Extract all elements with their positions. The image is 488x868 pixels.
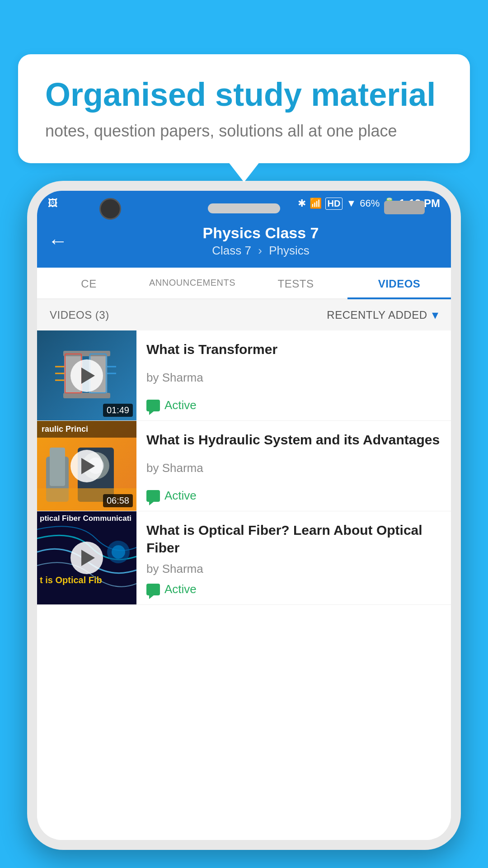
phone-container: 🖼 ✱ 📶 HD ▼ 66% 🔋 1:13 PM ← Physics Class… [27, 181, 461, 850]
play-triangle-1 [81, 368, 95, 384]
video-info-3: What is Optical Fiber? Learn About Optic… [136, 511, 451, 604]
video-author-2: by Sharma [146, 461, 441, 475]
play-button-1[interactable] [70, 359, 103, 392]
status-left: 🖼 [48, 198, 61, 209]
tab-videos[interactable]: VIDEOS [347, 268, 451, 298]
tab-announcements[interactable]: ANNOUNCEMENTS [141, 268, 244, 298]
play-button-3[interactable] [70, 542, 103, 574]
video-title-3: What is Optical Fiber? Learn About Optic… [146, 521, 441, 557]
tab-ce[interactable]: CE [37, 268, 141, 298]
speech-bubble: Organised study material notes, question… [18, 54, 470, 163]
video-status-3: Active [146, 582, 441, 596]
videos-count: VIDEOS (3) [50, 309, 109, 321]
breadcrumb-separator: › [258, 244, 262, 257]
video-list: 01:49 What is Transformer by Sharma Acti… [37, 330, 451, 840]
subtext: notes, question papers, solutions all at… [45, 122, 443, 141]
bluetooth-icon: ✱ [298, 198, 306, 209]
play-triangle-3 [81, 550, 95, 566]
active-label-1: Active [164, 398, 197, 412]
breadcrumb-subject: Physics [269, 244, 310, 257]
app-header: ← Physics Class 7 Class 7 › Physics [37, 216, 451, 268]
tabs-bar: CE ANNOUNCEMENTS TESTS VIDEOS [37, 268, 451, 299]
tab-tests[interactable]: TESTS [244, 268, 347, 298]
breadcrumb-class: Class 7 [212, 244, 251, 257]
video-thumbnail-3: ptical Fiber Communicati t is Optical Fi… [37, 511, 136, 604]
play-button-2[interactable] [70, 450, 103, 482]
phone-screen: 🖼 ✱ 📶 HD ▼ 66% 🔋 1:13 PM ← Physics Class… [37, 191, 451, 840]
sort-dropdown[interactable]: RECENTLY ADDED ▾ [327, 307, 438, 322]
dropdown-arrow-icon: ▾ [432, 307, 439, 322]
video-item-1[interactable]: 01:49 What is Transformer by Sharma Acti… [37, 330, 451, 421]
video-title-2: What is Hydraulic System and its Advanta… [146, 431, 441, 448]
filter-bar: VIDEOS (3) RECENTLY ADDED ▾ [37, 299, 451, 330]
active-label-2: Active [164, 489, 197, 503]
hd-badge: HD [325, 198, 343, 210]
header-title-block: Physics Class 7 Class 7 › Physics [81, 224, 440, 258]
speech-bubble-container: Organised study material notes, question… [18, 54, 470, 163]
signal-icon: 📶 [310, 198, 322, 209]
video-item-3[interactable]: ptical Fiber Communicati t is Optical Fi… [37, 511, 451, 605]
chat-icon-2 [146, 490, 160, 502]
video-thumbnail-2: raulic Princi [37, 421, 136, 511]
wifi-icon: ▼ [346, 198, 356, 209]
phone-speaker [208, 203, 280, 213]
video-duration-1: 01:49 [103, 404, 133, 417]
phone-camera [99, 198, 121, 220]
sort-label: RECENTLY ADDED [327, 309, 427, 321]
chat-icon-3 [146, 584, 160, 595]
phone-home-button [384, 201, 425, 214]
page-title: Physics Class 7 [81, 224, 440, 242]
video-info-2: What is Hydraulic System and its Advanta… [136, 421, 451, 511]
video-item-2[interactable]: raulic Princi [37, 421, 451, 511]
active-label-3: Active [164, 582, 197, 596]
video-title-1: What is Transformer [146, 340, 441, 358]
video-thumbnail-1: 01:49 [37, 330, 136, 420]
breadcrumb: Class 7 › Physics [81, 244, 440, 258]
play-triangle-2 [81, 458, 95, 474]
photo-icon: 🖼 [48, 198, 58, 209]
headline: Organised study material [45, 77, 443, 113]
chat-icon-1 [146, 400, 160, 411]
video-author-1: by Sharma [146, 371, 441, 385]
battery-pct: 66% [360, 198, 380, 209]
video-author-3: by Sharma [146, 562, 441, 576]
thumb-overlay-3 [37, 511, 136, 604]
video-status-1: Active [146, 398, 441, 412]
video-info-1: What is Transformer by Sharma Active [136, 330, 451, 420]
video-status-2: Active [146, 489, 441, 503]
video-duration-2: 06:58 [103, 494, 133, 507]
back-button[interactable]: ← [48, 230, 68, 252]
phone-body: 🖼 ✱ 📶 HD ▼ 66% 🔋 1:13 PM ← Physics Class… [27, 181, 461, 850]
